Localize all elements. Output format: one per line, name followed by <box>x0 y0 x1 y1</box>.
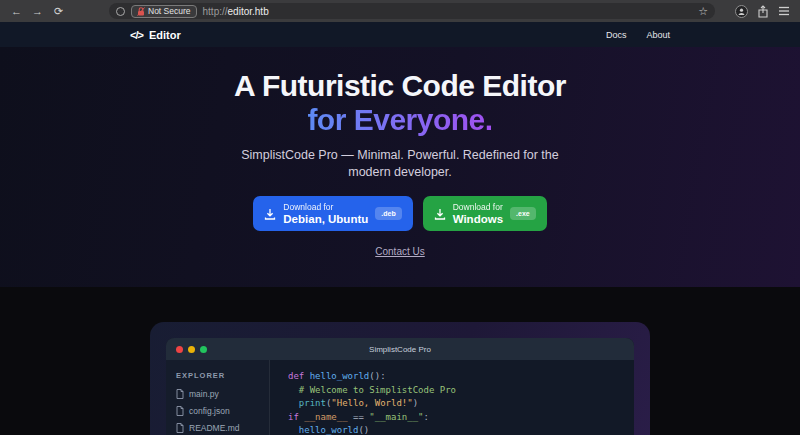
back-icon[interactable]: ← <box>10 0 23 22</box>
download-platform: Windows <box>453 213 503 225</box>
url-text: http://editor.htb <box>203 6 269 17</box>
file-name: main.py <box>189 389 219 399</box>
download-buttons: Download for Debian, Ubuntu .deb Downloa… <box>253 196 546 231</box>
editor-mockup-card: SimplistCode Pro EXPLORER main.py config… <box>150 322 650 435</box>
menu-icon[interactable] <box>778 6 790 16</box>
hero-section: A Futuristic Code Editor for Everyone. S… <box>0 47 800 287</box>
file-icon <box>176 406 184 416</box>
editor-body: EXPLORER main.py config.json README.md d… <box>166 360 634 435</box>
file-icon <box>176 389 184 399</box>
brand-name: Editor <box>149 29 181 41</box>
hero-title-line1: A Futuristic Code Editor <box>234 69 566 103</box>
site-navbar: </> Editor DocsAbout <box>0 22 800 47</box>
reload-icon[interactable]: ⟳ <box>52 0 65 22</box>
code-area: def hello_world(): # Welcome to Simplist… <box>270 360 634 435</box>
code-line: # Welcome to SimplistCode Pro <box>288 384 634 398</box>
hero-subtitle: SimplistCode Pro — Minimal. Powerful. Re… <box>224 147 576 181</box>
bookmark-star-icon[interactable]: ☆ <box>698 5 708 18</box>
showcase-section: SimplistCode Pro EXPLORER main.py config… <box>0 287 800 435</box>
file-icon <box>176 423 184 433</box>
file-name: config.json <box>189 406 230 416</box>
file-name: README.md <box>189 423 240 433</box>
explorer-file-list: main.py config.json README.md <box>176 389 259 433</box>
editor-titlebar: SimplistCode Pro <box>166 338 634 360</box>
nav-link-docs[interactable]: Docs <box>606 30 627 40</box>
security-chip[interactable]: Not Secure <box>131 5 197 18</box>
editor-window-title: SimplistCode Pro <box>166 345 634 354</box>
explorer-file: config.json <box>176 406 259 416</box>
contact-us-link[interactable]: Contact Us <box>375 246 424 257</box>
code-line: print("Hello, World!") <box>288 397 634 411</box>
browser-toolbar: ← → ⟳ Not Secure http://editor.htb ☆ <box>0 0 800 22</box>
nav-link-about[interactable]: About <box>646 30 670 40</box>
code-line: if __name__ == "__main__": <box>288 411 634 425</box>
nav-links: DocsAbout <box>606 30 670 40</box>
url-host: editor.htb <box>228 6 269 17</box>
download-icon <box>434 208 446 220</box>
deb-badge: .deb <box>375 207 401 220</box>
explorer-file: README.md <box>176 423 259 433</box>
download-windows-button[interactable]: Download for Windows .exe <box>423 196 547 231</box>
code-line: def hello_world(): <box>288 370 634 384</box>
explorer-panel: EXPLORER main.py config.json README.md <box>166 360 270 435</box>
security-label: Not Secure <box>148 6 191 16</box>
code-logo-icon: </> <box>130 29 143 41</box>
insecure-lock-icon <box>137 7 145 16</box>
hero-title-line2: for Everyone. <box>307 103 492 137</box>
download-debian-button[interactable]: Download for Debian, Ubuntu .deb <box>253 196 412 231</box>
code-line: hello_world() <box>288 424 634 435</box>
explorer-header: EXPLORER <box>176 371 259 380</box>
editor-window: SimplistCode Pro EXPLORER main.py config… <box>166 338 634 435</box>
brand[interactable]: </> Editor <box>130 29 181 41</box>
toolbar-right <box>735 5 790 18</box>
address-bar[interactable]: Not Secure http://editor.htb ☆ <box>109 3 715 19</box>
explorer-file: main.py <box>176 389 259 399</box>
exe-badge: .exe <box>510 207 536 220</box>
site-info-icon[interactable] <box>116 7 125 16</box>
profile-avatar-icon[interactable] <box>735 5 748 18</box>
download-prefix: Download for <box>453 202 503 212</box>
share-icon[interactable] <box>757 5 769 18</box>
download-icon <box>264 208 276 220</box>
download-platform: Debian, Ubuntu <box>283 213 368 225</box>
download-prefix: Download for <box>283 202 368 212</box>
url-scheme: http:// <box>203 6 228 17</box>
forward-icon[interactable]: → <box>31 0 44 22</box>
